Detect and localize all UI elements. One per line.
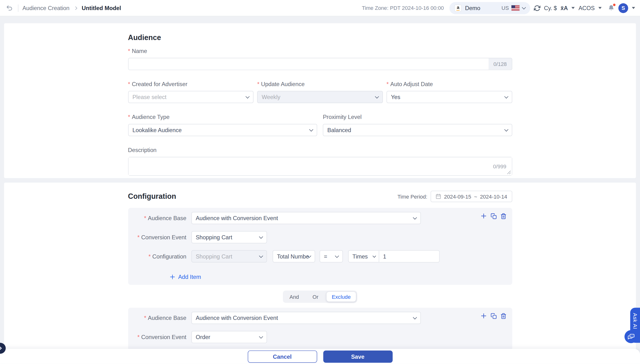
required-marker: *: [144, 215, 146, 221]
audience-base-row: * Audience Base Audience with Conversion…: [134, 212, 506, 224]
app-window: Audience Creation Untitled Model Time Zo…: [0, 0, 640, 364]
conversion-event-select[interactable]: Order: [191, 331, 267, 343]
time-period-start[interactable]: 2024-09-15: [444, 193, 471, 199]
audience-base-select[interactable]: Audience with Conversion Event: [191, 212, 420, 224]
advertiser-label: * Created for Advertiser: [128, 81, 254, 88]
time-period: Time Period: 2024-09-15 ~ 2024-10-14: [397, 191, 512, 202]
time-period-separator: ~: [474, 193, 477, 199]
notifications-button[interactable]: [608, 4, 615, 12]
resize-handle[interactable]: [507, 170, 511, 174]
conversion-event-row: * Conversion Event Shopping Cart: [134, 231, 506, 244]
required-marker: *: [144, 314, 146, 321]
chevron-down-icon: [375, 94, 379, 98]
times-value-input[interactable]: [379, 250, 439, 262]
region-label: US: [501, 5, 509, 11]
description-field-wrap: 0/999: [128, 157, 512, 176]
name-field-wrap: 0/128: [128, 58, 512, 70]
metric-selector[interactable]: ACOS: [578, 5, 595, 11]
time-period-end[interactable]: 2024-10-14: [480, 193, 507, 199]
audience-base-row: * Audience Base Audience with Conversion…: [134, 312, 506, 324]
operator-or-button[interactable]: Or: [305, 292, 326, 302]
time-period-picker[interactable]: 2024-09-15 ~ 2024-10-14: [431, 191, 512, 202]
chat-bubbles-icon: [627, 333, 635, 340]
name-label-text: Name: [132, 48, 147, 55]
update-audience-value: Weekly: [262, 94, 281, 100]
metric-select[interactable]: Total Numbe: [272, 250, 315, 262]
audience-type-select[interactable]: Lookalike Audience: [128, 124, 317, 136]
required-marker: *: [128, 81, 130, 88]
auto-adjust-date-value: Yes: [391, 94, 400, 100]
description-label-text: Description: [128, 147, 157, 154]
unit-select[interactable]: Times: [348, 250, 379, 262]
audience-base-value: Audience with Conversion Event: [196, 314, 278, 321]
save-button[interactable]: Save: [323, 350, 392, 362]
add-item-button[interactable]: Add Item: [169, 273, 201, 280]
audience-base-select[interactable]: Audience with Conversion Event: [191, 312, 420, 324]
calendar-icon: [436, 194, 441, 199]
chevron-down-icon: [412, 315, 417, 320]
auto-adjust-date-select[interactable]: Yes: [386, 91, 512, 103]
translate-icon: x̄A: [560, 5, 568, 11]
chevron-down-icon: [309, 128, 313, 132]
user-avatar[interactable]: S: [618, 3, 628, 13]
configuration-card: Configuration Time Period: 2024-09-15 ~ …: [4, 182, 636, 364]
advertiser-select[interactable]: Please select: [128, 91, 254, 103]
set-operator-toggle: And Or Exclude: [283, 290, 357, 303]
add-block-button[interactable]: [480, 313, 487, 319]
update-audience-label: * Update Audience: [257, 81, 383, 88]
conversion-event-value: Order: [196, 334, 210, 340]
conversion-event-select[interactable]: Shopping Cart: [191, 231, 267, 244]
operator-select[interactable]: =: [319, 250, 343, 262]
copy-block-button[interactable]: [490, 213, 496, 219]
delete-block-button[interactable]: [500, 313, 506, 319]
audience-type-value: Lookalike Audience: [133, 127, 182, 133]
configuration-event-select[interactable]: Shopping Cart: [191, 250, 267, 262]
add-block-button[interactable]: [480, 213, 487, 219]
caret-down-icon: [598, 7, 602, 9]
audience-type-label: * Audience Type: [128, 114, 317, 120]
audience-base-label-text: Audience Base: [148, 215, 186, 221]
us-flag-icon: [511, 5, 519, 10]
description-textarea[interactable]: [128, 157, 512, 175]
description-char-counter: 0/999: [493, 164, 506, 170]
chevron-down-icon: [259, 334, 263, 338]
copy-icon: [490, 213, 496, 219]
update-audience-select[interactable]: Weekly: [257, 91, 383, 103]
audience-base-label: * Audience Base: [134, 314, 186, 321]
conversion-event-label-text: Conversion Event: [141, 234, 186, 240]
configuration-row: * Configuration Shopping Cart Total Numb…: [134, 250, 506, 262]
operator-exclude-button[interactable]: Exclude: [326, 292, 356, 302]
add-item-row: Add Item: [134, 269, 506, 281]
name-input[interactable]: [128, 58, 489, 70]
caret-down-icon: [572, 7, 575, 9]
delete-block-button[interactable]: [500, 213, 506, 219]
breadcrumb-current: Untitled Model: [82, 5, 121, 11]
page-body: Audience * Name 0/128 * Created for Adve…: [0, 16, 640, 364]
language-selector[interactable]: x̄A: [560, 5, 568, 11]
audience-type-row: * Audience Type Lookalike Audience Proxi…: [128, 114, 512, 136]
set-operator-row: And Or Exclude: [128, 290, 512, 303]
currency-selector[interactable]: Cy. $: [544, 5, 557, 11]
breadcrumb-section[interactable]: Audience Creation: [22, 5, 69, 11]
back-button[interactable]: [5, 3, 14, 12]
chevron-down-icon: [504, 94, 508, 98]
copy-block-button[interactable]: [490, 313, 496, 319]
audience-card: Audience * Name 0/128 * Created for Adve…: [4, 23, 636, 178]
account-switcher[interactable]: a Demo US: [450, 2, 530, 14]
chevron-down-icon: [504, 128, 508, 132]
sync-button[interactable]: [534, 5, 540, 11]
chevron-down-icon: [372, 254, 376, 258]
proximity-level-label: Proximity Level: [323, 114, 512, 120]
operator-and-button[interactable]: And: [284, 292, 305, 302]
update-audience-label-text: Update Audience: [261, 81, 305, 88]
required-marker: *: [137, 234, 139, 240]
conversion-event-value: Shopping Cart: [196, 234, 232, 240]
conversion-event-label: * Conversion Event: [134, 334, 186, 340]
proximity-level-select[interactable]: Balanced: [323, 124, 512, 136]
required-marker: *: [128, 114, 130, 120]
plus-icon: [169, 274, 175, 280]
required-marker: *: [257, 81, 259, 88]
ask-ai-chat-button[interactable]: [624, 330, 637, 343]
cancel-button[interactable]: Cancel: [248, 350, 317, 362]
trash-icon: [500, 213, 506, 219]
